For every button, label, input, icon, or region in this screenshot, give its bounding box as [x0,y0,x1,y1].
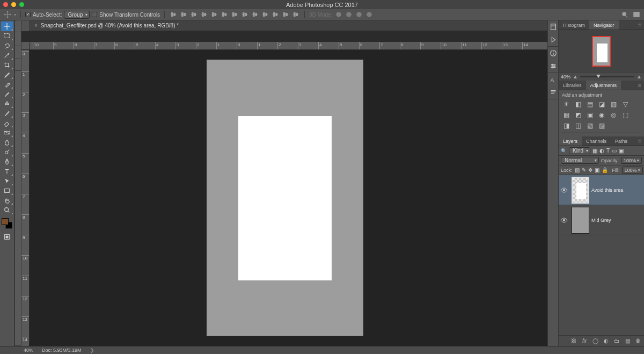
layer-mask-icon[interactable]: ◯ [591,337,599,345]
panel-menu-icon[interactable]: ≡ [635,136,644,146]
show-transform-checkbox[interactable] [92,12,97,17]
blur-tool[interactable] [1,138,13,147]
tab-layers[interactable]: Layers [559,136,582,146]
adjustment-preset-icon[interactable]: ◎ [609,111,618,119]
align-hcenter-icon[interactable] [210,10,218,19]
clone-stamp-tool[interactable] [1,99,13,109]
distribute-vcenter-icon[interactable] [240,10,249,19]
status-info-menu-icon[interactable]: ❯ [90,348,94,353]
rectangle-tool[interactable] [1,186,13,196]
history-brush-tool[interactable] [1,109,13,118]
distribute-bottom-icon[interactable] [251,10,259,19]
lock-transparency-icon[interactable]: ▨ [575,167,580,173]
delete-layer-icon[interactable]: 🗑 [634,337,642,345]
adjustment-preset-icon[interactable]: ▥ [609,100,618,108]
tool-preset-dropdown-icon[interactable]: ▾ [14,12,16,17]
adjustment-preset-icon[interactable]: ▨ [597,122,606,129]
tab-navigator[interactable]: Navigator [589,20,619,30]
adjustment-preset-icon[interactable]: ▽ [621,100,630,108]
auto-select-checkbox[interactable] [25,12,31,17]
opacity-value[interactable]: 100%▾ [621,157,642,164]
new-group-icon[interactable]: 🗀 [613,337,620,345]
lock-all-icon[interactable]: 🔒 [602,167,608,173]
dodge-tool[interactable] [1,147,13,157]
align-vcenter-icon[interactable] [179,10,188,19]
filter-smart-icon[interactable]: ▣ [619,148,624,154]
adjustment-preset-icon[interactable]: ▤ [586,100,594,108]
adjustment-preset-icon[interactable]: ▣ [586,111,594,119]
foreground-color-swatch[interactable] [2,218,9,225]
zoom-in-icon[interactable]: ▲ [636,74,642,80]
layer-name[interactable]: Avoid this area [591,187,623,193]
adjustment-preset-icon[interactable]: ◧ [574,100,582,108]
marquee-tool[interactable] [1,31,13,41]
adjustment-preset-icon[interactable]: ☀ [562,100,570,108]
distribute-right-icon[interactable] [281,10,290,19]
tab-histogram[interactable]: Histogram [559,20,589,30]
zoom-tool[interactable] [1,205,13,215]
distribute-top-icon[interactable] [230,10,239,19]
panel-menu-icon[interactable]: ≡ [635,81,644,90]
history-panel-icon[interactable] [548,20,558,33]
layer-fx-icon[interactable]: fx [581,337,588,345]
filter-type-icon[interactable]: T [606,148,610,154]
pen-tool[interactable] [1,157,13,167]
navigator-preview[interactable] [559,30,644,72]
healing-brush-tool[interactable] [1,80,13,89]
vertical-ruler[interactable]: 01234567891011121314 [21,50,30,346]
adjustment-preset-icon[interactable]: ◩ [574,111,582,119]
horizontal-ruler[interactable]: 1098765432101234567891011121314 [21,42,547,50]
layer-thumbnail[interactable] [572,207,589,234]
filter-pixel-icon[interactable]: ▦ [592,148,597,154]
eraser-tool[interactable] [1,118,13,128]
auto-align-icon[interactable] [291,10,300,19]
layer-avoid-this-area-render[interactable] [238,116,332,280]
workspace-menu-icon[interactable] [632,10,641,19]
ruler-origin-corner[interactable] [21,42,30,50]
lock-pixels-icon[interactable]: ✎ [582,167,586,173]
filter-adjust-icon[interactable]: ◐ [599,148,604,154]
navigator-zoom-slider[interactable] [580,76,634,77]
move-tool[interactable] [1,21,13,31]
align-bottom-icon[interactable] [189,10,198,19]
properties-panel-icon[interactable] [548,60,558,73]
adjustment-preset-icon[interactable]: ◨ [562,122,570,129]
path-selection-tool[interactable] [1,176,13,186]
layer-visibility-icon[interactable] [559,187,569,193]
adjustment-preset-icon[interactable]: ▦ [562,111,570,119]
hand-tool[interactable] [1,196,13,205]
status-docinfo[interactable]: Doc: 5.93M/3.19M [42,348,82,353]
character-panel-icon[interactable]: A [548,73,558,86]
color-swatches[interactable] [2,218,12,229]
paragraph-panel-icon[interactable] [548,86,558,99]
tab-adjustments[interactable]: Adjustments [586,81,621,90]
link-layers-icon[interactable]: ⛓ [570,337,577,345]
align-right-icon[interactable] [220,10,229,19]
distribute-hcenter-icon[interactable] [271,10,280,19]
layer-thumbnail[interactable] [572,177,589,204]
canvas-stage[interactable] [30,50,547,346]
adjustment-preset-icon[interactable]: ◫ [574,122,582,129]
lasso-tool[interactable] [1,41,13,50]
tab-paths[interactable]: Paths [611,136,632,146]
navigator-zoom-value[interactable]: 40% [561,74,570,80]
eyedropper-tool[interactable] [1,70,13,80]
type-tool[interactable] [1,167,13,176]
search-icon[interactable] [620,10,629,19]
move-tool-indicator-icon[interactable] [3,10,12,19]
auto-select-mode-dropdown[interactable]: Group [64,11,90,19]
filter-shape-icon[interactable]: ▭ [612,148,617,154]
adjustment-preset-icon[interactable]: ◪ [597,100,606,108]
distribute-left-icon[interactable] [261,10,269,19]
align-left-icon[interactable] [200,10,208,19]
close-tab-icon[interactable]: × [34,23,38,28]
navigator-thumbnail[interactable] [592,36,611,67]
new-layer-icon[interactable]: ▤ [624,337,631,345]
crop-tool[interactable] [1,60,13,70]
magic-wand-tool[interactable] [1,50,13,60]
layer-name[interactable]: Mid Grey [591,218,611,223]
new-fill-adjust-icon[interactable]: ◐ [602,337,610,345]
align-top-icon[interactable] [169,10,178,19]
tab-channels[interactable]: Channels [582,136,611,146]
adjustment-preset-icon[interactable]: ▧ [586,122,594,129]
